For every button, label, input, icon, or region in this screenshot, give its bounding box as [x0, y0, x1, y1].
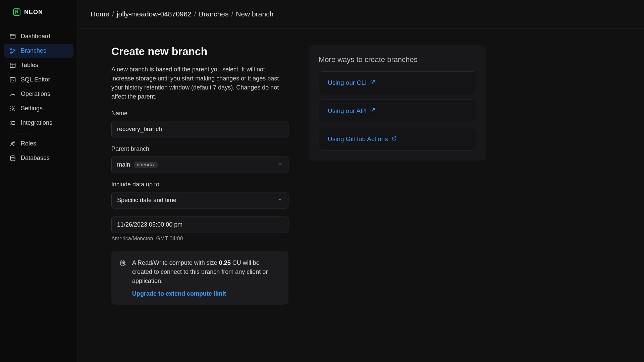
sidebar-item-label: Settings: [21, 105, 43, 112]
datetime-input[interactable]: 11/26/2023 05:00:00 pm: [111, 217, 288, 233]
operations-icon: [9, 91, 16, 98]
sidebar-item-label: Dashboard: [21, 33, 50, 40]
sidebar-item-branches[interactable]: Branches: [4, 44, 73, 58]
brand-logo[interactable]: NEON: [0, 8, 77, 16]
svg-rect-16: [122, 262, 124, 264]
sidebar: NEON Dashboard Branches Tables SQL Edito…: [0, 0, 78, 362]
option-cli[interactable]: Using our CLI: [319, 71, 476, 94]
compute-info-text: A Read/Write compute with size 0.25 CU w…: [132, 258, 281, 286]
tables-icon: [9, 62, 16, 69]
sidebar-item-dashboard[interactable]: Dashboard: [4, 29, 73, 43]
svg-point-13: [13, 141, 15, 143]
sidebar-item-settings[interactable]: Settings: [4, 102, 73, 115]
content: Create new branch A new branch is based …: [78, 28, 644, 362]
sql-editor-icon: [9, 76, 16, 83]
option-github-actions[interactable]: Using GitHub Actions: [319, 128, 476, 150]
dashboard-icon: [9, 33, 16, 40]
breadcrumb-separator: /: [112, 10, 114, 18]
parent-label: Parent branch: [111, 145, 288, 153]
chevron-down-icon: [277, 197, 283, 204]
form-column: Create new branch A new branch is based …: [111, 45, 288, 349]
sidebar-item-sql-editor[interactable]: SQL Editor: [4, 73, 73, 86]
breadcrumb-separator: /: [231, 10, 233, 18]
integrations-icon: [9, 120, 16, 126]
compute-size: 0.25: [219, 259, 231, 266]
sidebar-item-label: Databases: [21, 155, 50, 162]
include-label: Include data up to: [111, 181, 288, 188]
sidebar-item-label: Roles: [21, 140, 36, 147]
main: Home / jolly-meadow-04870962 / Branches …: [78, 0, 644, 362]
sidebar-item-label: Integrations: [21, 119, 52, 126]
sidebar-item-databases[interactable]: Databases: [4, 151, 73, 165]
sidebar-item-operations[interactable]: Operations: [4, 87, 73, 101]
name-input[interactable]: recovery_branch: [111, 121, 288, 137]
include-data-value: Specific date and time: [117, 197, 176, 204]
sidebar-item-label: Branches: [21, 47, 46, 54]
sidebar-item-roles[interactable]: Roles: [4, 137, 73, 150]
svg-point-14: [10, 156, 15, 157]
svg-rect-15: [121, 261, 125, 265]
chevron-down-icon: [277, 161, 283, 168]
breadcrumb-section[interactable]: Branches: [199, 10, 229, 18]
side-panel: More ways to create branches Using our C…: [309, 45, 486, 349]
breadcrumb-project[interactable]: jolly-meadow-04870962: [117, 10, 192, 18]
svg-point-8: [11, 121, 12, 122]
option-label: Using our API: [328, 107, 367, 115]
sidebar-item-label: Operations: [21, 90, 50, 98]
sidebar-item-label: SQL Editor: [21, 76, 50, 83]
primary-badge: PRIMARY: [134, 162, 158, 168]
svg-point-11: [14, 124, 15, 125]
parent-branch-select[interactable]: main PRIMARY: [111, 157, 288, 173]
breadcrumb-home[interactable]: Home: [91, 10, 109, 18]
option-label: Using GitHub Actions: [328, 135, 388, 143]
branch-icon: [9, 48, 16, 54]
more-ways-card: More ways to create branches Using our C…: [309, 45, 486, 161]
breadcrumb: Home / jolly-meadow-04870962 / Branches …: [78, 0, 644, 28]
parent-branch-value: main: [117, 161, 130, 168]
upgrade-link[interactable]: Upgrade to extend compute limit: [132, 290, 226, 297]
timezone-text: America/Moncton, GMT-04:00: [111, 236, 288, 242]
svg-point-3: [10, 52, 12, 53]
neon-logo-icon: [13, 8, 21, 16]
svg-point-9: [14, 121, 15, 122]
sidebar-item-integrations[interactable]: Integrations: [4, 116, 73, 130]
svg-point-12: [11, 142, 13, 143]
page-title: Create new branch: [111, 45, 288, 58]
external-link-icon: [370, 79, 375, 86]
nav: Dashboard Branches Tables SQL Editor Ope…: [0, 29, 77, 166]
option-api[interactable]: Using our API: [319, 100, 476, 122]
svg-point-2: [10, 48, 12, 50]
svg-point-10: [11, 124, 12, 125]
gear-icon: [9, 105, 16, 112]
svg-rect-5: [10, 63, 15, 67]
breadcrumb-current: New branch: [236, 10, 273, 18]
option-label: Using our CLI: [328, 79, 367, 86]
sidebar-item-label: Tables: [21, 62, 38, 69]
external-link-icon: [370, 107, 375, 115]
name-label: Name: [111, 110, 288, 117]
include-data-select[interactable]: Specific date and time: [111, 192, 288, 208]
nav-divider: [13, 133, 30, 133]
svg-rect-6: [10, 77, 15, 82]
roles-icon: [9, 140, 16, 147]
external-link-icon: [391, 135, 397, 143]
breadcrumb-separator: /: [194, 10, 196, 18]
cpu-icon: [119, 259, 127, 297]
more-ways-title: More ways to create branches: [319, 55, 476, 64]
form-description: A new branch is based off the parent you…: [111, 65, 288, 101]
svg-rect-1: [10, 34, 15, 38]
compute-info-box: A Read/Write compute with size 0.25 CU w…: [111, 251, 288, 305]
svg-point-4: [14, 49, 15, 50]
database-icon: [9, 155, 16, 162]
name-input-value: recovery_branch: [117, 126, 162, 133]
brand-name: NEON: [24, 9, 43, 16]
sidebar-item-tables[interactable]: Tables: [4, 58, 73, 72]
svg-point-7: [12, 108, 14, 109]
datetime-value: 11/26/2023 05:00:00 pm: [117, 221, 182, 228]
